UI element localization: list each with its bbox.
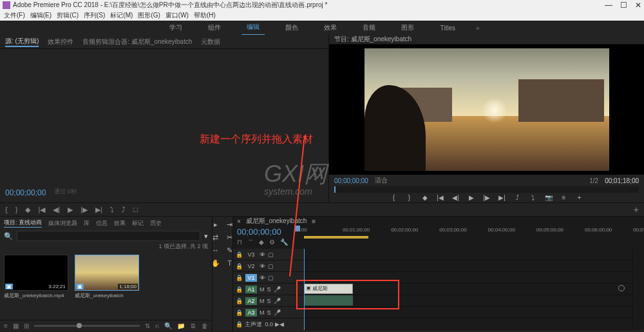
minimize-button[interactable]: — xyxy=(605,1,612,10)
source-monitor[interactable]: 新建一个序列并拖入素材 GXI网 system.com 00;00;00;00 … xyxy=(0,49,328,202)
workspace-learn[interactable]: 学习 xyxy=(164,21,187,35)
sequence-tab[interactable]: 威尼斯_onekeyibatch xyxy=(246,217,307,226)
button-editor[interactable]: + xyxy=(575,194,584,201)
step-fwd-icon[interactable]: |▶ xyxy=(80,206,88,214)
menu-edit[interactable]: 编辑(E) xyxy=(29,11,53,20)
menu-help[interactable]: 帮助(H) xyxy=(193,11,217,20)
track-master[interactable]: 🔒 主声道 0.0 ▶◀ xyxy=(233,318,304,330)
tab-metadata[interactable]: 元数据 xyxy=(201,37,220,46)
track-a2[interactable]: 🔒A2MS🎤 xyxy=(233,295,304,307)
find-icon[interactable]: 🔍 xyxy=(164,322,172,329)
workspace-audio[interactable]: 音频 xyxy=(357,21,381,35)
tab-libraries[interactable]: 库 xyxy=(84,219,90,228)
insert-icon[interactable]: ⤵ xyxy=(110,206,114,213)
workspace-titles[interactable]: Titles xyxy=(435,22,460,34)
export-icon[interactable]: □ xyxy=(133,206,138,213)
go-to-out-button[interactable]: ▶| xyxy=(498,194,507,201)
tab-history[interactable]: 历史 xyxy=(150,219,162,228)
close-button[interactable]: ✕ xyxy=(635,1,641,10)
selection-tool[interactable]: ▸ xyxy=(209,219,222,229)
tab-source[interactable]: 源: (无剪辑) xyxy=(5,37,39,47)
export-frame-button[interactable]: 📷 xyxy=(544,194,553,201)
filter-icon[interactable]: ▾ xyxy=(204,232,208,240)
program-playhead[interactable] xyxy=(334,186,336,193)
overwrite-icon[interactable]: ⤴ xyxy=(122,206,126,213)
delete-icon[interactable]: 🗑 xyxy=(202,322,208,329)
track-v3[interactable]: 🔒V3👁▢ xyxy=(233,249,304,260)
automate-icon[interactable]: ⎌ xyxy=(155,322,159,329)
program-monitor[interactable] xyxy=(329,44,644,175)
timeline-content[interactable]: ▣ 威尼斯_onekeyibatch.mp4 xyxy=(304,249,632,330)
play-button[interactable]: ▶ xyxy=(467,194,476,201)
ripple-tool[interactable]: ⇄ xyxy=(209,232,222,242)
list-view-icon[interactable]: ≡ xyxy=(4,322,8,329)
menu-graphics[interactable]: 图形(G) xyxy=(137,11,161,20)
add-button-icon[interactable]: + xyxy=(634,204,639,215)
tab-effect-controls[interactable]: 效果控件 xyxy=(48,37,73,46)
freeform-view-icon[interactable]: ⊞ xyxy=(24,322,29,329)
snap-toggle[interactable]: ⊓ xyxy=(237,239,242,248)
slip-tool[interactable]: ↔ xyxy=(209,245,222,255)
hand-tool[interactable]: ✋ xyxy=(209,258,222,268)
mark-in-button[interactable]: { xyxy=(390,194,399,201)
program-timecode[interactable]: 00;00;00;00 xyxy=(334,177,368,184)
step-back-icon[interactable]: ◀| xyxy=(53,206,60,214)
extract-button[interactable]: ⤵ xyxy=(529,194,538,201)
step-back-button[interactable]: ◀| xyxy=(451,194,460,201)
tab-effects[interactable]: 效果 xyxy=(114,219,126,228)
settings-button[interactable]: ≡ xyxy=(560,194,569,201)
tab-markers[interactable]: 标记 xyxy=(132,219,144,228)
workspace-overflow[interactable]: » xyxy=(476,24,480,32)
menu-window[interactable]: 窗口(W) xyxy=(164,11,190,20)
track-v1[interactable]: 🔒V1👁▢ xyxy=(233,272,304,284)
work-area-bar[interactable] xyxy=(304,236,368,239)
project-item[interactable]: ▣ 3:22;21 威尼斯_onekeyibatch.mp4 xyxy=(4,255,68,299)
tab-media-browser[interactable]: 媒体浏览器 xyxy=(48,219,77,228)
track-v2[interactable]: 🔒V2👁▢ xyxy=(233,260,304,272)
wrench-icon[interactable]: 🔧 xyxy=(280,239,288,248)
sort-icon[interactable]: ⇅ xyxy=(145,322,150,329)
maximize-button[interactable]: ☐ xyxy=(620,1,627,10)
menu-clip[interactable]: 剪辑(C) xyxy=(55,11,80,20)
tab-project[interactable]: 项目: 直线动画 xyxy=(4,219,42,228)
workspace-assembly[interactable]: 组件 xyxy=(203,21,226,35)
track-a3[interactable]: 🔒A3MS🎤 xyxy=(233,307,304,318)
program-resolution-select[interactable]: 1/2 xyxy=(589,177,598,184)
menu-file[interactable]: 文件(F) xyxy=(3,11,26,20)
menu-marker[interactable]: 标记(M) xyxy=(109,11,134,20)
go-to-in-button[interactable]: |◀ xyxy=(436,194,445,201)
timeline-playhead[interactable] xyxy=(304,249,305,330)
workspace-editing[interactable]: 编辑 xyxy=(242,20,265,35)
settings-icon[interactable]: ⚙ xyxy=(269,239,275,248)
mark-in-icon[interactable]: { xyxy=(5,206,8,213)
icon-view-icon[interactable]: ▦ xyxy=(13,322,19,329)
mark-out-button[interactable]: } xyxy=(405,194,414,201)
project-search-input[interactable] xyxy=(17,231,200,241)
marker-toggle[interactable]: ◆ xyxy=(259,239,264,248)
linked-selection-toggle[interactable]: ⌒ xyxy=(247,239,254,248)
menu-sequence[interactable]: 序列(S) xyxy=(82,11,106,20)
go-out-icon[interactable]: ▶| xyxy=(95,206,102,214)
timeline-clip[interactable]: ▣ 威尼斯_onekeyibatch.mp4 xyxy=(304,284,353,294)
mark-out-icon[interactable]: } xyxy=(15,206,18,213)
step-forward-button[interactable]: |▶ xyxy=(482,194,491,201)
go-in-icon[interactable]: |◀ xyxy=(38,206,45,214)
add-marker-button[interactable]: ◆ xyxy=(421,194,430,201)
workspace-color[interactable]: 颜色 xyxy=(280,21,303,35)
source-timecode[interactable]: 00;00;00;00 xyxy=(5,188,46,197)
workspace-effects[interactable]: 效果 xyxy=(319,21,342,35)
timeline-timecode[interactable]: 00;00;00;00 xyxy=(237,227,281,237)
tab-info[interactable]: 信息 xyxy=(96,219,108,228)
workspace-graphics[interactable]: 图形 xyxy=(396,21,419,35)
new-bin-icon[interactable]: 📁 xyxy=(177,322,185,329)
program-scrubber[interactable] xyxy=(334,186,639,193)
track-a1[interactable]: 🔒A1MS🎤 xyxy=(233,284,304,295)
project-item[interactable]: ▣ 1;18;00 威尼斯_onekeyibatch xyxy=(75,255,139,299)
program-fit-select[interactable]: 适合 xyxy=(375,176,388,185)
new-item-icon[interactable]: 🗎 xyxy=(190,322,196,329)
marker-icon[interactable]: ◆ xyxy=(25,206,30,214)
lift-button[interactable]: ⤴ xyxy=(513,194,522,201)
tab-audio-mixer[interactable]: 音频剪辑混合器: 威尼斯_onekeyibatch xyxy=(82,37,192,46)
play-icon[interactable]: ▶ xyxy=(68,206,73,214)
thumbnail-size-slider[interactable] xyxy=(34,325,140,327)
